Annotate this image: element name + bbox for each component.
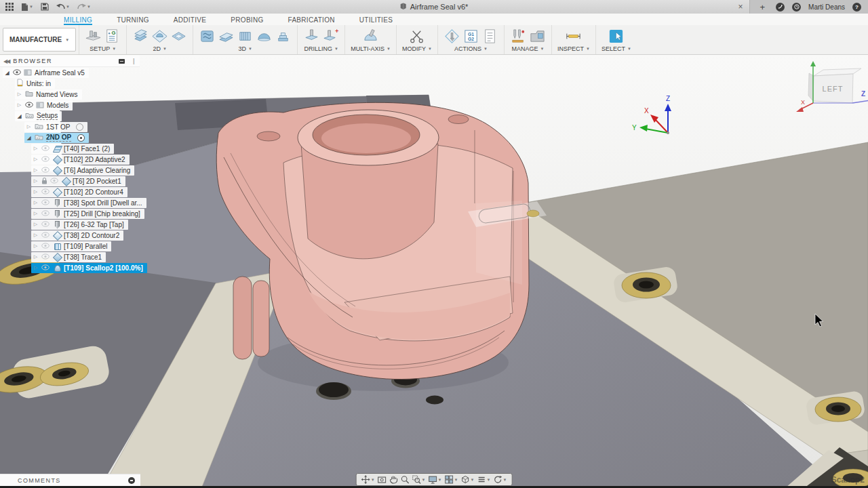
look-at-icon[interactable] [378, 475, 387, 484]
disclosure-expanded-icon[interactable]: ◢ [4, 70, 10, 76]
disclosure-collapsed-icon[interactable]: ▷ [33, 157, 39, 162]
visibility-eye-icon[interactable] [41, 253, 50, 261]
post-process-icon[interactable]: G [104, 28, 121, 45]
visibility-eye-icon[interactable] [41, 210, 50, 218]
visibility-eye-icon[interactable] [25, 102, 33, 109]
visibility-eye-icon[interactable] [13, 69, 21, 77]
tab-utilities[interactable]: UTILITIES [359, 16, 393, 25]
visibility-eye-icon[interactable] [41, 221, 50, 228]
select-icon[interactable] [608, 28, 625, 45]
job-status-clock-icon[interactable] [792, 3, 801, 12]
browser-operation-row[interactable]: ▷ [T6] 2D Pocket1 [0, 176, 146, 186]
panel-resize-handle[interactable]: ❙ [131, 58, 136, 64]
scissors-icon[interactable] [408, 28, 425, 45]
browser-operation-row[interactable]: ▷ [T26] 6-32 Tap [Tap] [0, 219, 146, 230]
disclosure-collapsed-icon[interactable]: ▷ [16, 102, 22, 108]
parallel-icon[interactable] [237, 28, 254, 45]
group-label-2d[interactable]: 2D [153, 45, 161, 52]
tab-additive[interactable]: ADDITIVE [174, 16, 207, 25]
orbit-icon[interactable]: ▼ [361, 475, 375, 484]
visibility-eye-icon[interactable] [41, 156, 50, 163]
pan-icon[interactable] [389, 475, 398, 484]
pocket2d-icon[interactable] [170, 28, 187, 45]
setup2-active-radio[interactable] [77, 134, 85, 142]
browser-row-setup2[interactable]: ◢ 2ND OP [0, 132, 146, 143]
visibility-eye-icon[interactable] [41, 188, 50, 196]
browser-operation-row[interactable]: ▷ [T109] Scallop2 [100.0%] [0, 262, 146, 273]
browser-operation-row[interactable]: ▷ [T38] Spot Drill [Dwell ar... [0, 197, 146, 208]
grid-and-snaps-icon[interactable]: ▼ [445, 475, 458, 484]
effects-icon[interactable]: ▼ [477, 475, 490, 484]
visibility-eye-icon[interactable] [50, 178, 58, 185]
tab-milling[interactable]: MILLING [64, 16, 92, 25]
group-label-manage[interactable]: MANAGE [511, 45, 538, 52]
drill-icon[interactable] [303, 28, 320, 45]
save-icon[interactable] [41, 3, 49, 11]
disclosure-collapsed-icon[interactable]: ▷ [33, 178, 39, 184]
group-label-select[interactable]: SELECT [601, 45, 625, 52]
visibility-eye-icon[interactable] [41, 199, 50, 207]
g1g2-icon[interactable]: G1G2 [462, 28, 479, 45]
disclosure-collapsed-icon[interactable]: ▷ [33, 211, 39, 216]
browser-operation-row[interactable]: ▷ [T40] Face1 (2) [0, 143, 146, 154]
visibility-eye-icon[interactable] [41, 167, 50, 174]
browser-operation-row[interactable]: ▷ [T109] Parallel [0, 241, 146, 251]
browser-row-models[interactable]: ▷ Models [0, 100, 146, 110]
browser-operation-row[interactable]: ▷ [T38] Trace1 [0, 251, 146, 262]
browser-row-setup1[interactable]: ▷ 1ST OP [0, 121, 146, 132]
group-label-inspect[interactable]: INSPECT [557, 45, 584, 52]
comments-bar[interactable]: COMMENTS [0, 474, 140, 486]
tool-library-icon[interactable] [510, 28, 527, 45]
setup-sheet-icon[interactable] [481, 28, 498, 45]
browser-operation-row[interactable]: ▷ [T38] 2D Contour2 [0, 230, 146, 241]
disclosure-collapsed-icon[interactable]: ▷ [33, 232, 39, 238]
disclosure-collapsed-icon[interactable]: ▷ [33, 189, 39, 195]
disclosure-collapsed-icon[interactable]: ▷ [33, 200, 39, 205]
disclosure-collapsed-icon[interactable]: ▷ [33, 146, 39, 151]
face-icon[interactable] [132, 28, 149, 45]
group-label-drilling[interactable]: DRILLING [304, 45, 332, 52]
group-label-actions[interactable]: ACTIONS [454, 45, 481, 52]
setup1-active-radio[interactable] [76, 123, 83, 131]
file-menu-icon[interactable]: ▼ [21, 3, 33, 12]
browser-row-units[interactable]: Units: in [0, 78, 146, 89]
disclosure-collapsed-icon[interactable]: ▷ [26, 124, 32, 129]
zoom-icon[interactable] [401, 475, 410, 484]
tab-fabrication[interactable]: FABRICATION [288, 16, 335, 25]
disclosure-collapsed-icon[interactable]: ▷ [33, 222, 39, 227]
help-icon[interactable]: ? [852, 3, 861, 12]
group-label-multiaxis[interactable]: MULTI-AXIS [351, 45, 384, 52]
adaptive2d-icon[interactable] [151, 28, 168, 45]
workspace-selector[interactable]: MANUFACTURE ▼ [3, 28, 76, 52]
new-tab-button[interactable]: + [757, 2, 769, 12]
collapse-panel-icon[interactable]: ◀◀ [3, 58, 9, 64]
visibility-eye-icon[interactable] [41, 145, 50, 152]
machined-part[interactable] [216, 102, 529, 379]
view-cube[interactable]: LEFT X Z [795, 56, 868, 164]
group-label-3d[interactable]: 3D [238, 45, 246, 52]
scallop-icon[interactable] [256, 28, 273, 45]
browser-operation-row[interactable]: ▷ [T102] 2D Adaptive2 [0, 154, 146, 165]
disclosure-collapsed-icon[interactable]: ▷ [16, 92, 22, 97]
browser-row-named-views[interactable]: ▷ Named Views [0, 89, 146, 100]
close-tab-button[interactable]: × [732, 2, 749, 12]
browser-operation-row[interactable]: ▷ [T6] Adaptive Clearing [0, 165, 146, 176]
disclosure-collapsed-icon[interactable]: ▷ [33, 167, 39, 173]
disclosure-expanded-icon[interactable]: ◢ [16, 113, 22, 119]
visibility-eye-icon[interactable] [41, 243, 50, 250]
tab-probing[interactable]: PROBING [231, 16, 263, 25]
group-label-modify[interactable]: MODIFY [402, 45, 426, 52]
browser-operation-row[interactable]: ▷ [T102] 2D Contour4 [0, 186, 146, 197]
group-label-setup[interactable]: SETUP [90, 45, 110, 52]
display-settings-icon[interactable]: ▼ [429, 475, 442, 484]
extensions-icon[interactable] [776, 3, 785, 12]
measure-icon[interactable] [565, 28, 582, 45]
disclosure-collapsed-icon[interactable]: ▷ [33, 265, 39, 270]
visibility-eye-icon[interactable] [41, 232, 50, 239]
viewports-icon[interactable]: ▼ [460, 475, 474, 484]
browser-operation-row[interactable]: ▷ [T25] Drill [Chip breaking] [0, 208, 146, 219]
undo-icon[interactable]: ▼ [56, 3, 70, 11]
dock-panel-icon[interactable] [119, 59, 125, 64]
disclosure-collapsed-icon[interactable]: ▷ [33, 254, 39, 260]
drill-new-icon[interactable]: + [322, 28, 339, 45]
